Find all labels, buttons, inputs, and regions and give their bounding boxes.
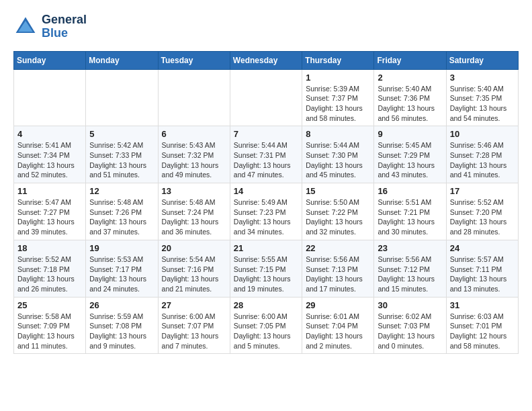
day-info: Sunrise: 5:52 AM Sunset: 7:20 PM Dayligh… <box>450 197 515 237</box>
day-info: Sunrise: 5:59 AM Sunset: 7:08 PM Dayligh… <box>89 312 154 351</box>
calendar-cell: 25Sunrise: 5:58 AM Sunset: 7:09 PM Dayli… <box>14 297 86 354</box>
day-number: 20 <box>162 243 226 253</box>
day-number: 26 <box>89 300 154 310</box>
calendar-cell <box>86 69 158 126</box>
day-info: Sunrise: 5:45 AM Sunset: 7:29 PM Dayligh… <box>378 140 442 180</box>
day-info: Sunrise: 5:56 AM Sunset: 7:13 PM Dayligh… <box>306 255 370 294</box>
day-info: Sunrise: 5:46 AM Sunset: 7:28 PM Dayligh… <box>450 140 515 180</box>
day-info: Sunrise: 5:40 AM Sunset: 7:35 PM Dayligh… <box>450 84 515 124</box>
day-info: Sunrise: 5:47 AM Sunset: 7:27 PM Dayligh… <box>17 197 82 237</box>
calendar-cell: 8Sunrise: 5:44 AM Sunset: 7:30 PM Daylig… <box>302 126 374 183</box>
calendar-cell: 31Sunrise: 6:03 AM Sunset: 7:01 PM Dayli… <box>446 297 518 354</box>
page-header: General Blue <box>13 13 519 40</box>
weekday-header-sunday: Sunday <box>14 51 86 69</box>
weekday-header-monday: Monday <box>86 51 158 69</box>
calendar-cell: 15Sunrise: 5:50 AM Sunset: 7:22 PM Dayli… <box>302 183 374 240</box>
day-info: Sunrise: 5:55 AM Sunset: 7:15 PM Dayligh… <box>234 255 298 294</box>
calendar-cell: 3Sunrise: 5:40 AM Sunset: 7:35 PM Daylig… <box>446 69 518 126</box>
calendar-week-row: 4Sunrise: 5:41 AM Sunset: 7:34 PM Daylig… <box>14 126 519 183</box>
day-number: 4 <box>17 129 82 139</box>
day-number: 5 <box>89 129 154 139</box>
day-info: Sunrise: 5:48 AM Sunset: 7:26 PM Dayligh… <box>89 197 154 237</box>
day-number: 6 <box>162 129 226 139</box>
weekday-header-friday: Friday <box>374 51 446 69</box>
calendar-cell: 12Sunrise: 5:48 AM Sunset: 7:26 PM Dayli… <box>86 183 158 240</box>
day-number: 3 <box>450 73 515 83</box>
day-number: 25 <box>17 300 82 310</box>
calendar-cell: 9Sunrise: 5:45 AM Sunset: 7:29 PM Daylig… <box>374 126 446 183</box>
day-number: 11 <box>17 186 82 196</box>
calendar-cell: 20Sunrise: 5:54 AM Sunset: 7:16 PM Dayli… <box>158 240 230 297</box>
day-info: Sunrise: 5:56 AM Sunset: 7:12 PM Dayligh… <box>378 255 442 294</box>
calendar-table: SundayMondayTuesdayWednesdayThursdayFrid… <box>13 51 519 355</box>
calendar-cell: 21Sunrise: 5:55 AM Sunset: 7:15 PM Dayli… <box>230 240 302 297</box>
calendar-cell: 26Sunrise: 5:59 AM Sunset: 7:08 PM Dayli… <box>86 297 158 354</box>
calendar-cell: 16Sunrise: 5:51 AM Sunset: 7:21 PM Dayli… <box>374 183 446 240</box>
day-info: Sunrise: 5:54 AM Sunset: 7:16 PM Dayligh… <box>162 255 226 294</box>
day-info: Sunrise: 5:58 AM Sunset: 7:09 PM Dayligh… <box>17 312 82 351</box>
logo: General Blue <box>13 13 87 40</box>
calendar-cell: 22Sunrise: 5:56 AM Sunset: 7:13 PM Dayli… <box>302 240 374 297</box>
calendar-cell: 10Sunrise: 5:46 AM Sunset: 7:28 PM Dayli… <box>446 126 518 183</box>
calendar-body: 1Sunrise: 5:39 AM Sunset: 7:37 PM Daylig… <box>14 69 519 354</box>
day-info: Sunrise: 6:02 AM Sunset: 7:03 PM Dayligh… <box>378 312 442 351</box>
day-info: Sunrise: 6:00 AM Sunset: 7:07 PM Dayligh… <box>162 312 226 351</box>
day-info: Sunrise: 5:52 AM Sunset: 7:18 PM Dayligh… <box>17 255 82 294</box>
day-number: 31 <box>450 300 515 310</box>
calendar-cell: 11Sunrise: 5:47 AM Sunset: 7:27 PM Dayli… <box>14 183 86 240</box>
day-info: Sunrise: 5:50 AM Sunset: 7:22 PM Dayligh… <box>306 197 370 237</box>
day-info: Sunrise: 5:49 AM Sunset: 7:23 PM Dayligh… <box>234 197 298 237</box>
day-number: 18 <box>17 243 82 253</box>
day-number: 28 <box>234 300 298 310</box>
day-info: Sunrise: 6:00 AM Sunset: 7:05 PM Dayligh… <box>234 312 298 351</box>
calendar-cell: 27Sunrise: 6:00 AM Sunset: 7:07 PM Dayli… <box>158 297 230 354</box>
day-info: Sunrise: 5:57 AM Sunset: 7:11 PM Dayligh… <box>450 255 515 294</box>
day-info: Sunrise: 5:44 AM Sunset: 7:30 PM Dayligh… <box>306 140 370 180</box>
day-number: 17 <box>450 186 515 196</box>
day-number: 24 <box>450 243 515 253</box>
day-number: 2 <box>378 73 442 83</box>
calendar-cell: 28Sunrise: 6:00 AM Sunset: 7:05 PM Dayli… <box>230 297 302 354</box>
day-info: Sunrise: 5:53 AM Sunset: 7:17 PM Dayligh… <box>89 255 154 294</box>
calendar-cell: 23Sunrise: 5:56 AM Sunset: 7:12 PM Dayli… <box>374 240 446 297</box>
calendar-cell: 19Sunrise: 5:53 AM Sunset: 7:17 PM Dayli… <box>86 240 158 297</box>
logo-text: General Blue <box>42 13 87 40</box>
logo-general: General <box>42 13 87 26</box>
day-number: 21 <box>234 243 298 253</box>
day-info: Sunrise: 6:01 AM Sunset: 7:04 PM Dayligh… <box>306 312 370 351</box>
day-number: 1 <box>306 73 370 83</box>
calendar-cell: 18Sunrise: 5:52 AM Sunset: 7:18 PM Dayli… <box>14 240 86 297</box>
calendar-cell <box>14 69 86 126</box>
day-info: Sunrise: 5:41 AM Sunset: 7:34 PM Dayligh… <box>17 140 82 180</box>
day-number: 22 <box>306 243 370 253</box>
calendar-cell: 24Sunrise: 5:57 AM Sunset: 7:11 PM Dayli… <box>446 240 518 297</box>
weekday-header-row: SundayMondayTuesdayWednesdayThursdayFrid… <box>14 51 519 69</box>
calendar-week-row: 11Sunrise: 5:47 AM Sunset: 7:27 PM Dayli… <box>14 183 519 240</box>
day-number: 14 <box>234 186 298 196</box>
day-number: 9 <box>378 129 442 139</box>
day-info: Sunrise: 5:48 AM Sunset: 7:24 PM Dayligh… <box>162 197 226 237</box>
calendar-cell: 29Sunrise: 6:01 AM Sunset: 7:04 PM Dayli… <box>302 297 374 354</box>
day-number: 13 <box>162 186 226 196</box>
day-number: 12 <box>89 186 154 196</box>
calendar-cell: 1Sunrise: 5:39 AM Sunset: 7:37 PM Daylig… <box>302 69 374 126</box>
weekday-header-wednesday: Wednesday <box>230 51 302 69</box>
calendar-cell: 5Sunrise: 5:42 AM Sunset: 7:33 PM Daylig… <box>86 126 158 183</box>
day-info: Sunrise: 5:40 AM Sunset: 7:36 PM Dayligh… <box>378 84 442 124</box>
calendar-cell: 6Sunrise: 5:43 AM Sunset: 7:32 PM Daylig… <box>158 126 230 183</box>
day-number: 15 <box>306 186 370 196</box>
calendar-cell: 17Sunrise: 5:52 AM Sunset: 7:20 PM Dayli… <box>446 183 518 240</box>
day-number: 30 <box>378 300 442 310</box>
calendar-week-row: 25Sunrise: 5:58 AM Sunset: 7:09 PM Dayli… <box>14 297 519 354</box>
day-info: Sunrise: 6:03 AM Sunset: 7:01 PM Dayligh… <box>450 312 515 351</box>
calendar-week-row: 1Sunrise: 5:39 AM Sunset: 7:37 PM Daylig… <box>14 69 519 126</box>
day-info: Sunrise: 5:39 AM Sunset: 7:37 PM Dayligh… <box>306 84 370 124</box>
calendar-cell: 7Sunrise: 5:44 AM Sunset: 7:31 PM Daylig… <box>230 126 302 183</box>
logo-icon <box>13 15 38 39</box>
day-number: 27 <box>162 300 226 310</box>
day-info: Sunrise: 5:44 AM Sunset: 7:31 PM Dayligh… <box>234 140 298 180</box>
day-number: 7 <box>234 129 298 139</box>
calendar-cell: 30Sunrise: 6:02 AM Sunset: 7:03 PM Dayli… <box>374 297 446 354</box>
day-number: 23 <box>378 243 442 253</box>
logo-blue: Blue <box>42 26 68 40</box>
